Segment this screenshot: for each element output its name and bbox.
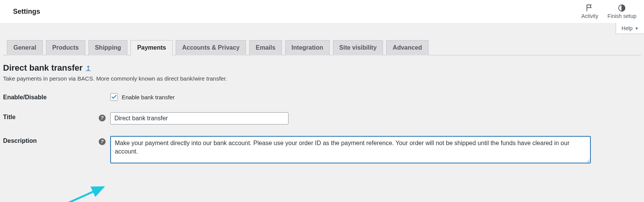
help-icon[interactable]: ? [99, 115, 106, 121]
section-heading-text: Direct bank transfer [3, 63, 83, 73]
annotation-arrow [63, 181, 109, 202]
check-icon [111, 94, 117, 100]
flag-icon [585, 4, 594, 12]
section-heading: Direct bank transfer ↥ [3, 63, 641, 73]
tab-accounts-privacy[interactable]: Accounts & Privacy [176, 40, 246, 55]
title-input[interactable] [110, 112, 289, 124]
help-toggle[interactable]: Help ▼ [616, 23, 644, 34]
return-link[interactable]: ↥ [86, 65, 91, 72]
activity-button[interactable]: Activity [581, 4, 598, 19]
header-actions: Activity Finish setup [581, 4, 636, 19]
tab-shipping[interactable]: Shipping [88, 40, 127, 55]
description-textarea[interactable] [110, 136, 591, 163]
tab-advanced[interactable]: Advanced [386, 40, 428, 55]
label-enable: Enable/Disable [3, 92, 99, 101]
enable-checkbox[interactable] [110, 93, 118, 101]
tab-payments[interactable]: Payments [130, 40, 173, 55]
row-description: Description ? [3, 136, 641, 163]
tab-integration[interactable]: Integration [285, 40, 330, 55]
label-description: Description [3, 136, 99, 144]
page-title: Settings [13, 8, 40, 16]
finish-setup-button[interactable]: Finish setup [608, 4, 636, 19]
main-panel: Help ▼ General Products Shipping Payment… [0, 23, 644, 202]
activity-label: Activity [581, 13, 598, 19]
row-enable: Enable/Disable Enable bank transfer [3, 92, 641, 101]
section-description: Take payments in person via BACS. More c… [3, 75, 641, 82]
svg-line-1 [65, 187, 103, 202]
tab-general[interactable]: General [7, 40, 43, 55]
finish-setup-label: Finish setup [608, 13, 636, 19]
help-label: Help [621, 25, 633, 31]
help-icon[interactable]: ? [99, 138, 106, 145]
row-title: Title ? [3, 112, 641, 124]
caret-down-icon: ▼ [635, 26, 639, 31]
tab-site-visibility[interactable]: Site visibility [333, 40, 383, 55]
page-header: Settings Activity Finish setup [0, 0, 644, 23]
tab-products[interactable]: Products [46, 40, 85, 55]
tab-emails[interactable]: Emails [249, 40, 282, 55]
label-title: Title [3, 112, 99, 121]
enable-checkbox-label: Enable bank transfer [122, 94, 174, 100]
settings-tabs: General Products Shipping Payments Accou… [3, 23, 641, 55]
contrast-circle-icon [618, 4, 626, 12]
